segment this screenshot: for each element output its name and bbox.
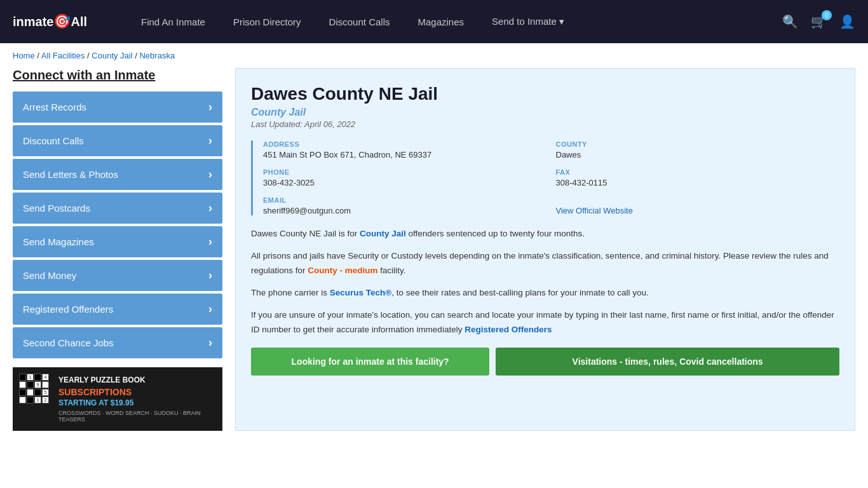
sidebar-arrow-icon: ›: [208, 100, 212, 114]
visitation-button[interactable]: Visitations - times, rules, Covid cancel…: [496, 348, 839, 376]
sidebar-arrow-icon: ›: [208, 134, 212, 147]
ad-title: YEARLY PUZZLE BOOK: [58, 375, 215, 386]
sidebar-item-send-postcards[interactable]: Send Postcards ›: [13, 193, 222, 224]
address-block: ADDRESS 451 Main St PO Box 671, Chadron,…: [263, 140, 547, 159]
logo-text: inmate: [13, 15, 53, 29]
county-jail-link[interactable]: County Jail: [360, 229, 406, 238]
sidebar-item-label: Registered Offenders: [23, 304, 113, 315]
email-value: sheriff969@outgun.com: [263, 206, 547, 215]
main-layout: Connect with an Inmate Arrest Records › …: [0, 68, 868, 450]
logo-icon: 🎯: [53, 13, 71, 30]
phone-block: PHONE 308-432-3025: [263, 168, 547, 187]
content-area: Dawes County NE Jail County Jail Last Up…: [235, 68, 855, 431]
fax-label: FAX: [556, 168, 840, 176]
cart-icon[interactable]: 🛒 0: [811, 14, 827, 29]
fax-block: FAX 308-432-0115: [556, 168, 840, 187]
user-icon[interactable]: 👤: [839, 14, 855, 29]
facility-subtitle: County Jail: [251, 107, 839, 118]
email-label: EMAIL: [263, 196, 547, 204]
breadcrumb-county-jail[interactable]: County Jail: [92, 51, 132, 60]
sidebar-item-label: Send Postcards: [23, 203, 90, 214]
nav-magazines[interactable]: Magazines: [403, 17, 478, 27]
sidebar-item-send-magazines[interactable]: Send Magazines ›: [13, 226, 222, 257]
fax-value: 308-432-0115: [556, 178, 840, 187]
sidebar-item-discount-calls[interactable]: Discount Calls ›: [13, 125, 222, 156]
sidebar-menu: Arrest Records › Discount Calls › Send L…: [13, 92, 222, 358]
sidebar-arrow-icon: ›: [208, 168, 212, 181]
nav-send-to-inmate[interactable]: Send to Inmate ▾: [478, 16, 578, 27]
facility-title: Dawes County NE Jail: [251, 84, 839, 104]
facility-description: Dawes County NE Jail is for County Jail …: [251, 227, 839, 337]
nav-find-inmate[interactable]: Find An Inmate: [127, 17, 219, 27]
sidebar-arrow-icon: ›: [208, 269, 212, 282]
sidebar-arrow-icon: ›: [208, 235, 212, 248]
sidebar-title: Connect with an Inmate: [13, 68, 222, 83]
sidebar-item-send-letters[interactable]: Send Letters & Photos ›: [13, 159, 222, 190]
facility-info-grid: ADDRESS 451 Main St PO Box 671, Chadron,…: [251, 140, 839, 215]
sidebar-item-label: Arrest Records: [23, 102, 86, 112]
address-label: ADDRESS: [263, 140, 547, 148]
official-website-link[interactable]: View Official Website: [556, 206, 633, 215]
desc-para-4: If you are unsure of your inmate's locat…: [251, 308, 839, 337]
desc-para-3: The phone carrier is Securus Tech®, to s…: [251, 286, 839, 301]
ad-content: YEARLY PUZZLE BOOK SUBSCRIPTIONS STARTIN…: [58, 375, 215, 423]
sidebar-item-second-chance-jobs[interactable]: Second Chance Jobs ›: [13, 327, 222, 358]
main-nav: Find An Inmate Prison Directory Discount…: [127, 16, 770, 27]
county-label: COUNTY: [556, 140, 840, 148]
website-block: View Official Website: [556, 196, 840, 215]
breadcrumb: Home / All Facilities / County Jail / Ne…: [0, 43, 868, 68]
search-icon[interactable]: 🔍: [782, 14, 798, 29]
nav-discount-calls[interactable]: Discount Calls: [315, 17, 404, 27]
desc-para-2: All prisons and jails have Security or C…: [251, 249, 839, 278]
cart-badge: 0: [822, 10, 832, 20]
sidebar-item-registered-offenders[interactable]: Registered Offenders ›: [13, 294, 222, 325]
ad-subtitle: SUBSCRIPTIONS: [58, 387, 215, 397]
sidebar-arrow-icon: ›: [208, 336, 212, 349]
sidebar: Connect with an Inmate Arrest Records › …: [13, 68, 222, 431]
address-value: 451 Main St PO Box 671, Chadron, NE 6933…: [263, 150, 547, 159]
header-icons: 🔍 🛒 0 👤: [782, 14, 855, 29]
county-block: COUNTY Dawes: [556, 140, 840, 159]
breadcrumb-state[interactable]: Nebraska: [139, 51, 175, 60]
county-value: Dawes: [556, 150, 840, 159]
breadcrumb-all-facilities[interactable]: All Facilities: [41, 51, 85, 60]
sidebar-arrow-icon: ›: [208, 302, 212, 316]
facility-last-updated: Last Updated: April 06, 2022: [251, 119, 839, 129]
ad-types: CROSSWORDS · WORD SEARCH · SUDOKU · BRAI…: [58, 410, 215, 423]
nav-prison-directory[interactable]: Prison Directory: [219, 17, 315, 27]
phone-value: 308-432-3025: [263, 178, 547, 187]
sidebar-ad[interactable]: 1 4 9 5 1 2 YEARLY PUZZLE BOOK SUBSCRIPT…: [13, 367, 222, 431]
logo[interactable]: inmate 🎯 All: [13, 13, 114, 30]
sidebar-item-label: Discount Calls: [23, 135, 84, 146]
bottom-buttons: Looking for an inmate at this facility? …: [251, 348, 839, 376]
ad-price: STARTING AT $19.95: [58, 398, 215, 407]
sidebar-item-label: Send Letters & Photos: [23, 169, 118, 180]
phone-label: PHONE: [263, 168, 547, 176]
sidebar-item-send-money[interactable]: Send Money ›: [13, 260, 222, 291]
sidebar-item-arrest-records[interactable]: Arrest Records ›: [13, 92, 222, 123]
breadcrumb-home[interactable]: Home: [13, 51, 35, 60]
registered-offenders-link[interactable]: Registered Offenders: [465, 325, 552, 334]
securus-link[interactable]: Securus Tech®: [330, 288, 391, 297]
email-block: EMAIL sheriff969@outgun.com: [263, 196, 547, 215]
sidebar-arrow-icon: ›: [208, 201, 212, 215]
desc-para-1: Dawes County NE Jail is for County Jail …: [251, 227, 839, 241]
logo-all: All: [71, 15, 87, 29]
ad-puzzle-visual: 1 4 9 5 1 2: [19, 374, 49, 403]
county-medium-link[interactable]: County - medium: [308, 266, 377, 275]
sidebar-item-label: Send Money: [23, 270, 76, 281]
looking-for-inmate-button[interactable]: Looking for an inmate at this facility?: [251, 348, 489, 376]
sidebar-item-label: Second Chance Jobs: [23, 337, 114, 348]
site-header: inmate 🎯 All Find An Inmate Prison Direc…: [0, 0, 868, 43]
sidebar-item-label: Send Magazines: [23, 236, 94, 247]
